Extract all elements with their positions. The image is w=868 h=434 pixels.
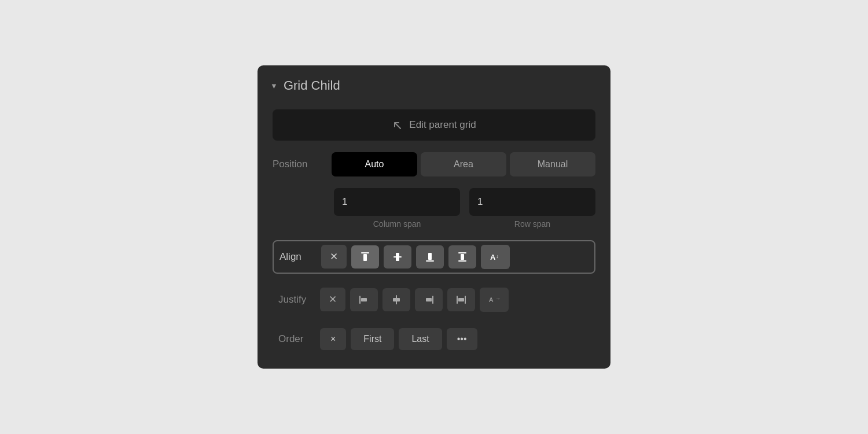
position-btn-group: Auto Area Manual: [332, 152, 595, 176]
position-label: Position: [273, 159, 325, 170]
align-bottom-button[interactable]: [416, 245, 444, 269]
chevron-icon: ▼: [270, 82, 278, 90]
row-span-input[interactable]: [469, 188, 595, 216]
span-section: Column span Row span: [273, 188, 595, 229]
position-manual-button[interactable]: Manual: [510, 152, 595, 176]
justify-baseline-icon: A →: [488, 293, 501, 306]
order-last-button[interactable]: Last: [399, 328, 442, 350]
position-row: Position Auto Area Manual: [273, 152, 595, 176]
svg-rect-14: [393, 298, 400, 301]
align-clear-button[interactable]: ✕: [321, 245, 347, 269]
position-area-button[interactable]: Area: [421, 152, 506, 176]
justify-row: Justify ✕: [273, 285, 595, 314]
row-span-label: Row span: [469, 219, 595, 229]
justify-end-icon: [423, 294, 435, 306]
svg-rect-17: [457, 296, 458, 304]
svg-rect-12: [361, 298, 367, 301]
svg-rect-8: [461, 254, 464, 260]
justify-clear-icon: ✕: [329, 293, 337, 306]
justify-center-icon: [391, 294, 402, 306]
svg-text:→: →: [495, 296, 501, 301]
justify-baseline-button[interactable]: A →: [480, 288, 509, 312]
svg-rect-18: [465, 296, 466, 304]
edit-parent-grid-button[interactable]: Edit parent grid: [273, 109, 595, 140]
align-baseline-button[interactable]: A ↓: [481, 245, 510, 269]
svg-text:↓: ↓: [496, 253, 499, 259]
order-first-button[interactable]: First: [351, 328, 394, 350]
svg-rect-7: [458, 260, 466, 262]
justify-center-button[interactable]: [382, 288, 410, 311]
order-custom-button[interactable]: •••: [447, 328, 477, 350]
svg-rect-1: [363, 254, 367, 261]
column-span-group: Column span: [334, 188, 460, 229]
justify-clear-button[interactable]: ✕: [320, 288, 345, 311]
panel-title: Grid Child: [284, 78, 340, 93]
align-row: Align ✕: [273, 240, 595, 274]
svg-rect-0: [361, 252, 369, 253]
align-center-icon: [392, 251, 403, 263]
position-auto-button[interactable]: Auto: [332, 152, 417, 176]
align-baseline-icon: A ↓: [489, 251, 502, 263]
panel-header: ▼ Grid Child: [258, 65, 610, 104]
column-span-input[interactable]: [334, 188, 460, 216]
justify-start-icon: [358, 294, 370, 306]
svg-rect-19: [458, 298, 464, 301]
svg-rect-6: [458, 252, 466, 253]
align-top-button[interactable]: [351, 245, 379, 269]
order-label: Order: [276, 333, 315, 345]
align-stretch-button[interactable]: [448, 245, 476, 269]
edit-parent-label: Edit parent grid: [409, 119, 476, 131]
svg-text:A: A: [489, 296, 494, 303]
row-span-group: Row span: [469, 188, 595, 229]
justify-label: Justify: [276, 294, 315, 306]
justify-end-button[interactable]: [415, 288, 443, 311]
panel-body: Edit parent grid Position Auto Area Manu…: [258, 104, 610, 352]
align-stretch-icon: [457, 251, 468, 263]
svg-rect-3: [396, 253, 399, 261]
svg-rect-16: [426, 298, 432, 301]
svg-rect-5: [428, 253, 432, 260]
align-top-icon: [359, 251, 371, 263]
svg-rect-4: [426, 260, 434, 262]
arrow-up-left-icon: [392, 119, 403, 131]
svg-rect-11: [359, 296, 361, 304]
svg-rect-15: [432, 296, 433, 304]
align-bottom-icon: [424, 251, 436, 263]
column-span-label: Column span: [334, 219, 460, 229]
justify-stretch-button[interactable]: [447, 288, 475, 311]
align-clear-icon: ✕: [330, 251, 338, 263]
justify-stretch-icon: [455, 294, 467, 306]
order-row: Order × First Last •••: [273, 326, 595, 352]
order-clear-button[interactable]: ×: [320, 328, 346, 350]
align-label: Align: [277, 251, 317, 263]
svg-text:A: A: [490, 253, 496, 262]
justify-start-button[interactable]: [350, 288, 378, 311]
align-center-button[interactable]: [384, 245, 411, 269]
grid-child-panel: ▼ Grid Child Edit parent grid Position A…: [258, 65, 610, 368]
